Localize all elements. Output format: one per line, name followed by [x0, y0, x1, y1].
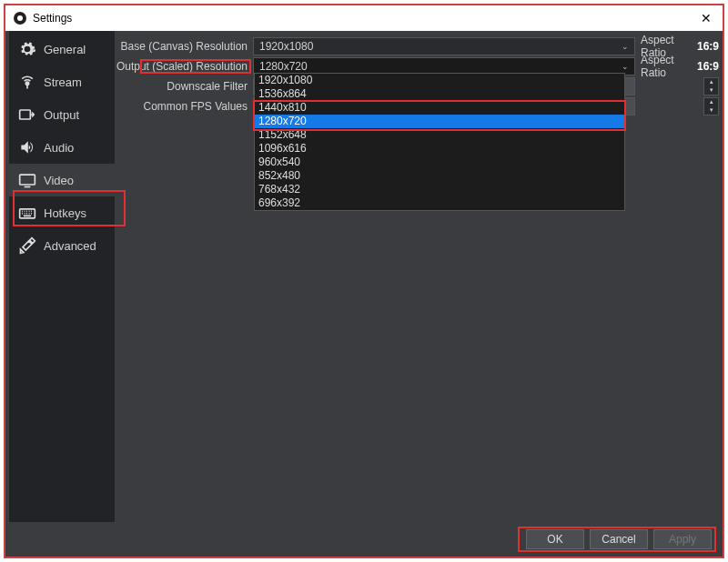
aspect-ratio-output: Aspect Ratio 16:9	[635, 54, 719, 79]
ok-button[interactable]: OK	[526, 529, 584, 549]
sidebar-item-output[interactable]: Output	[9, 98, 115, 131]
sidebar-item-audio[interactable]: Audio	[9, 131, 115, 164]
output-icon	[18, 105, 36, 124]
dropdown-option[interactable]: 696x392	[255, 196, 624, 210]
sidebar-item-label: Output	[44, 108, 79, 122]
dropdown-option[interactable]: 1536x864	[255, 87, 624, 101]
sidebar-item-video[interactable]: Video	[9, 164, 115, 196]
app-icon	[13, 11, 27, 25]
dropdown-option[interactable]: 1920x1080	[255, 74, 624, 87]
dropdown-option[interactable]: 960x540	[255, 156, 624, 169]
apply-button[interactable]: Apply	[653, 529, 712, 549]
titlebar: Settings ✕	[5, 5, 723, 31]
sidebar-item-label: General	[44, 43, 86, 56]
sidebar-item-stream[interactable]: Stream	[9, 65, 115, 98]
stepper[interactable]: ▴▾	[703, 77, 719, 95]
audio-icon	[18, 138, 36, 156]
dropdown-option[interactable]: 1280x720	[255, 115, 624, 128]
stream-icon	[18, 73, 36, 91]
sidebar-item-hotkeys[interactable]: Hotkeys	[9, 196, 115, 229]
output-resolution-value: 1280x720	[259, 60, 308, 73]
sidebar-item-label: Video	[44, 174, 74, 187]
fps-label: Common FPS Values	[115, 100, 253, 113]
close-button[interactable]: ✕	[697, 9, 715, 27]
tools-icon	[18, 236, 36, 255]
sidebar-item-label: Stream	[44, 75, 82, 89]
downscale-filter-label: Downscale Filter	[115, 80, 253, 93]
gear-icon	[18, 40, 36, 58]
sidebar-item-advanced[interactable]: Advanced	[9, 229, 115, 262]
chevron-down-icon: ⌄	[622, 42, 629, 51]
output-resolution-label: Output (Scaled) Resolution	[115, 60, 253, 73]
sidebar-item-label: Advanced	[44, 239, 96, 253]
base-resolution-combo[interactable]: 1920x1080 ⌄	[253, 37, 635, 55]
chevron-down-icon: ⌄	[622, 62, 629, 71]
resolution-dropdown[interactable]: 1920x10801536x8641440x8101280x7201152x64…	[254, 73, 625, 211]
base-resolution-value: 1920x1080	[259, 40, 313, 53]
sidebar-item-label: Hotkeys	[44, 206, 86, 220]
stepper[interactable]: ▴▾	[703, 97, 719, 115]
sidebar-item-label: Audio	[44, 141, 74, 155]
dialog-footer: OK Cancel Apply	[9, 526, 719, 553]
dropdown-option[interactable]: 1096x616	[255, 142, 624, 156]
settings-window: Settings ✕ General Stream Output Audio	[4, 4, 724, 558]
base-resolution-label: Base (Canvas) Resolution	[115, 40, 253, 53]
cancel-button[interactable]: Cancel	[590, 529, 648, 549]
video-icon	[18, 171, 36, 189]
dropdown-option[interactable]: 852x480	[255, 169, 624, 183]
settings-panel-video: Base (Canvas) Resolution 1920x1080 ⌄ Asp…	[115, 31, 719, 522]
svg-point-2	[25, 82, 28, 85]
sidebar-item-general[interactable]: General	[9, 33, 115, 65]
dropdown-option[interactable]: 1440x810	[255, 101, 624, 115]
keyboard-icon	[18, 204, 36, 222]
window-title: Settings	[33, 12, 72, 25]
svg-rect-3	[20, 110, 31, 119]
dropdown-option[interactable]: 768x432	[255, 183, 624, 196]
svg-point-1	[17, 15, 23, 21]
dropdown-option[interactable]: 1152x648	[255, 128, 624, 142]
svg-rect-4	[20, 175, 35, 185]
sidebar: General Stream Output Audio Video Hotkey…	[9, 31, 115, 522]
